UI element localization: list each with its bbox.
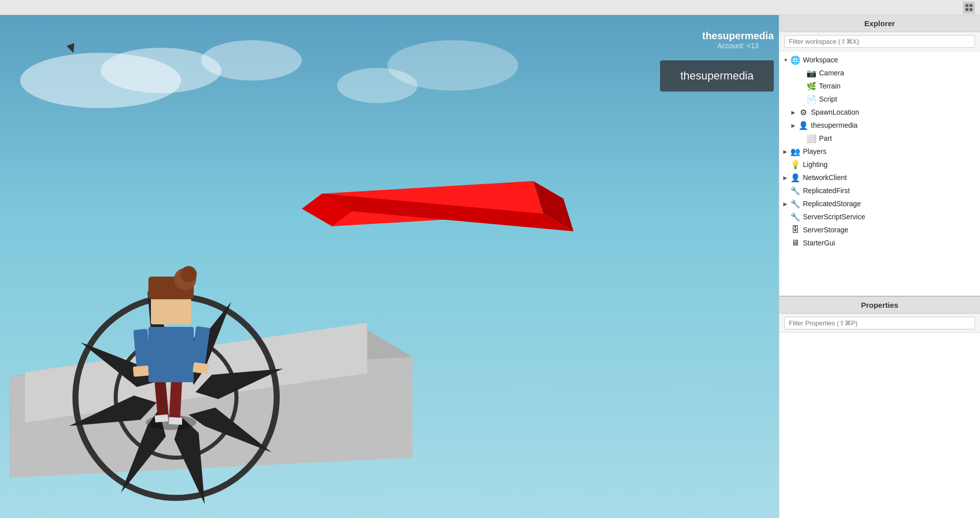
tree-item-thesupermedia[interactable]: ▶👤thesupermedia — [779, 119, 980, 132]
svg-rect-31 — [154, 414, 168, 422]
tree-icon-camera: 📷 — [806, 68, 816, 78]
explorer-filter-bar — [779, 32, 980, 51]
username-card: thesupermedia — [660, 60, 774, 92]
tree-item-script[interactable]: 📄Script — [779, 93, 980, 106]
properties-section: Properties — [779, 297, 980, 518]
svg-point-7 — [201, 40, 302, 80]
tree-label-serverscriptservice: ServerScriptService — [803, 213, 865, 221]
tree-item-serverscriptservice[interactable]: 🔧ServerScriptService — [779, 210, 980, 223]
tree-label-script: Script — [819, 95, 837, 103]
tree-icon-startergui: 🖥 — [790, 238, 800, 248]
right-panel: Explorer ▼🌐Workspace📷Camera🌿Terrain📄Scri… — [779, 15, 980, 518]
tree-item-spawnlocation[interactable]: ▶⚙SpawnLocation — [779, 106, 980, 119]
properties-filter-input[interactable] — [784, 317, 975, 329]
tree-label-camera: Camera — [819, 69, 844, 77]
svg-rect-2 — [965, 8, 968, 11]
tree-item-replicatedstorage[interactable]: ▶🔧ReplicatedStorage — [779, 197, 980, 210]
svg-rect-30 — [169, 379, 182, 420]
tree-icon-replicatedstorage: 🔧 — [790, 199, 800, 209]
tree-label-terrain: Terrain — [819, 82, 841, 90]
tree-icon-script: 📄 — [806, 94, 816, 104]
tree-icon-lighting: 💡 — [790, 159, 800, 169]
tree-icon-workspace: 🌐 — [790, 55, 800, 65]
tree-label-players: Players — [803, 147, 827, 155]
layout-icon[interactable] — [963, 2, 975, 14]
tree-icon-part: ⬜ — [806, 133, 816, 143]
tree-label-thesupermedia: thesupermedia — [811, 121, 858, 129]
svg-rect-33 — [148, 327, 194, 382]
tree-item-camera[interactable]: 📷Camera — [779, 66, 980, 79]
explorer-header: Explorer — [779, 15, 980, 32]
properties-content — [779, 333, 980, 518]
tree-arrow-replicatedstorage[interactable]: ▶ — [783, 201, 790, 207]
tree-icon-terrain: 🌿 — [806, 81, 816, 91]
svg-rect-1 — [969, 4, 972, 7]
tree-item-terrain[interactable]: 🌿Terrain — [779, 79, 980, 93]
tree-item-players[interactable]: ▶👥Players — [779, 145, 980, 158]
tree-label-startergui: StarterGui — [803, 239, 835, 247]
svg-point-37 — [181, 266, 197, 282]
tree-item-networkclient[interactable]: ▶👤NetworkClient — [779, 171, 980, 184]
tree-item-workspace[interactable]: ▼🌐Workspace — [779, 53, 980, 66]
properties-filter-bar — [779, 314, 980, 333]
tree-item-part[interactable]: ⬜Part — [779, 132, 980, 145]
tree-item-serverstorage[interactable]: 🗄ServerStorage — [779, 223, 980, 236]
explorer-section: Explorer ▼🌐Workspace📷Camera🌿Terrain📄Scri… — [779, 15, 980, 297]
svg-rect-3 — [969, 8, 972, 11]
tree-arrow-thesupermedia[interactable]: ▶ — [791, 123, 798, 128]
svg-rect-41 — [193, 362, 209, 374]
tree-label-spawnlocation: SpawnLocation — [811, 108, 859, 116]
tree-arrow-workspace[interactable]: ▼ — [783, 57, 790, 63]
tree-item-lighting[interactable]: 💡Lighting — [779, 158, 980, 171]
tree-icon-spawnlocation: ⚙ — [798, 107, 808, 117]
username-text: thesupermedia — [702, 30, 774, 42]
tree-label-part: Part — [819, 134, 832, 142]
tree-arrow-networkclient[interactable]: ▶ — [783, 175, 790, 181]
svg-rect-40 — [133, 366, 149, 377]
tree-label-replicatedfirst: ReplicatedFirst — [803, 187, 850, 195]
svg-rect-32 — [169, 417, 183, 424]
svg-point-6 — [101, 48, 221, 93]
tree-icon-replicatedfirst: 🔧 — [790, 186, 800, 196]
svg-point-9 — [387, 40, 518, 91]
username-overlay: thesupermedia Account: <13 — [702, 30, 774, 50]
tree-label-replicatedstorage: ReplicatedStorage — [803, 200, 861, 208]
properties-header: Properties — [779, 297, 980, 314]
tree-item-startergui[interactable]: 🖥StarterGui — [779, 236, 980, 249]
main-content: thesupermedia Account: <13 thesupermedia… — [0, 15, 980, 518]
svg-rect-0 — [965, 4, 968, 7]
tree-icon-players: 👥 — [790, 146, 800, 156]
tree-label-lighting: Lighting — [803, 160, 828, 168]
tree-icon-networkclient: 👤 — [790, 172, 800, 183]
tree-icon-serverscriptservice: 🔧 — [790, 212, 800, 222]
tree-arrow-players[interactable]: ▶ — [783, 149, 790, 154]
account-text: Account: <13 — [702, 42, 774, 50]
tree-label-serverstorage: ServerStorage — [803, 226, 848, 234]
tree-label-networkclient: NetworkClient — [803, 174, 847, 182]
tree-icon-thesupermedia: 👤 — [798, 120, 808, 130]
tree-arrow-spawnlocation[interactable]: ▶ — [791, 110, 798, 115]
tree-label-workspace: Workspace — [803, 56, 838, 64]
tree-icon-serverstorage: 🗄 — [790, 225, 800, 235]
viewport[interactable]: thesupermedia Account: <13 thesupermedia — [0, 15, 779, 518]
tree-item-replicatedfirst[interactable]: 🔧ReplicatedFirst — [779, 184, 980, 197]
explorer-filter-input[interactable] — [784, 35, 975, 48]
top-bar — [0, 0, 980, 15]
tree-view: ▼🌐Workspace📷Camera🌿Terrain📄Script▶⚙Spawn… — [779, 51, 980, 296]
